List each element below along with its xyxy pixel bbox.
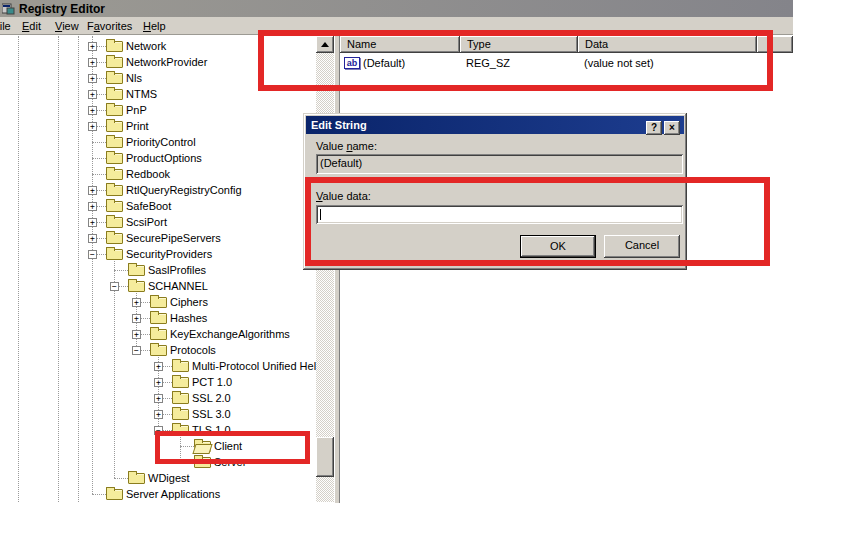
expand-icon[interactable]: + [88, 106, 97, 115]
collapse-icon[interactable]: − [154, 426, 163, 435]
expand-icon[interactable]: + [154, 394, 163, 403]
menu-item-favorites[interactable]: Favorites [87, 18, 132, 34]
dialog-title-bar[interactable]: Edit String ? × [306, 116, 684, 134]
tree-item-ciphers[interactable]: Ciphers [170, 295, 208, 309]
menu-item-edit[interactable]: Edit [22, 18, 41, 34]
tree-item-nls[interactable]: Nls [126, 71, 142, 85]
column-header-type[interactable]: Type [460, 36, 578, 53]
up-arrow-icon [321, 42, 329, 47]
tree-item-pct-1-0[interactable]: PCT 1.0 [192, 375, 232, 389]
menu-item-view[interactable]: View [55, 18, 79, 34]
tree-connector [92, 174, 106, 175]
tree-item-client[interactable]: Client [214, 439, 242, 453]
value-row[interactable]: ab(Default)REG_SZ(value not set) [340, 55, 793, 71]
tree-item-server-applications[interactable]: Server Applications [126, 487, 220, 501]
folder-closed-icon [172, 425, 189, 436]
registry-editor-icon [2, 2, 15, 15]
expand-icon[interactable]: + [132, 314, 141, 323]
expand-icon[interactable]: + [154, 410, 163, 419]
tree-item-redbook[interactable]: Redbook [126, 167, 170, 181]
folder-closed-icon [106, 57, 123, 68]
folder-closed-icon [128, 473, 145, 484]
tree-item-schannel[interactable]: SCHANNEL [148, 279, 208, 293]
tree-item-scsiport[interactable]: ScsiPort [126, 215, 167, 229]
tree-item-wdigest[interactable]: WDigest [148, 471, 190, 485]
value-data-input[interactable] [316, 205, 683, 224]
expand-icon[interactable]: + [88, 58, 97, 67]
scroll-up-button[interactable] [316, 36, 334, 53]
expand-icon[interactable]: + [88, 234, 97, 243]
folder-closed-icon [106, 105, 123, 116]
tree-item-network[interactable]: Network [126, 39, 166, 53]
menu-item-help[interactable]: Help [143, 18, 166, 34]
cancel-button[interactable]: Cancel [604, 235, 680, 258]
expand-icon[interactable]: + [88, 218, 97, 227]
tree-connector [114, 270, 128, 271]
expand-icon[interactable]: + [88, 186, 97, 195]
value-name: (Default) [363, 55, 405, 71]
expand-icon[interactable]: + [88, 42, 97, 51]
tree-connector [180, 462, 194, 463]
column-header-data[interactable]: Data [578, 36, 757, 53]
tree-item-securepipeservers[interactable]: SecurePipeServers [126, 231, 221, 245]
tree-item-protocols[interactable]: Protocols [170, 343, 216, 357]
expand-icon[interactable]: + [88, 74, 97, 83]
folder-closed-icon [150, 329, 167, 340]
ok-button[interactable]: OK [520, 235, 596, 258]
tree-item-ntms[interactable]: NTMS [126, 87, 157, 101]
text-caret [320, 209, 321, 220]
tree-item-server[interactable]: Server [214, 455, 246, 469]
collapse-icon[interactable]: − [132, 346, 141, 355]
tree-item-print[interactable]: Print [126, 119, 149, 133]
title-bar[interactable]: Registry Editor [0, 0, 793, 17]
folder-open-icon [194, 441, 211, 452]
tree-item-networkprovider[interactable]: NetworkProvider [126, 55, 207, 69]
string-value-icon: ab [344, 57, 360, 69]
help-icon[interactable]: ? [646, 121, 662, 135]
registry-tree: +Network+NetworkProvider+Nls+NTMS+PnP+Pr… [0, 35, 316, 503]
close-icon[interactable]: × [664, 121, 680, 135]
tree-item-pnp[interactable]: PnP [126, 103, 147, 117]
scrollbar-thumb[interactable] [316, 437, 334, 477]
folder-closed-icon [106, 249, 123, 260]
folder-closed-icon [106, 185, 123, 196]
expand-icon[interactable]: + [88, 90, 97, 99]
folder-closed-icon [106, 137, 123, 148]
edit-string-dialog: Edit String ? × Value name: (Default) Va… [303, 113, 687, 270]
tree-item-ssl-3-0[interactable]: SSL 3.0 [192, 407, 231, 421]
expand-icon[interactable]: + [154, 378, 163, 387]
menu-item-file[interactable]: File [0, 18, 11, 34]
tree-item-securityproviders[interactable]: SecurityProviders [126, 247, 212, 261]
expand-icon[interactable]: + [132, 330, 141, 339]
value-data: (value not set) [584, 55, 654, 71]
folder-closed-icon [106, 169, 123, 180]
folder-closed-icon [106, 217, 123, 228]
tree-item-keyexchangealgorithms[interactable]: KeyExchangeAlgorithms [170, 327, 290, 341]
tree-item-hashes[interactable]: Hashes [170, 311, 207, 325]
collapse-icon[interactable]: − [88, 250, 97, 259]
value-name-label: Value name: [316, 140, 377, 153]
tree-item-prioritycontrol[interactable]: PriorityControl [126, 135, 196, 149]
column-header-name[interactable]: Name [340, 36, 460, 53]
folder-closed-icon [106, 89, 123, 100]
folder-closed-icon [106, 41, 123, 52]
expand-icon[interactable]: + [88, 122, 97, 131]
value-type: REG_SZ [466, 55, 510, 71]
tree-item-saslprofiles[interactable]: SaslProfiles [148, 263, 206, 277]
tree-connector [114, 478, 128, 479]
list-header: NameTypeData [340, 36, 793, 53]
menu-bar: FileEditViewFavoritesHelp [0, 17, 793, 35]
tree-item-multi-protocol-unified-hello[interactable]: Multi-Protocol Unified Hello [192, 359, 316, 373]
expand-icon[interactable]: + [154, 362, 163, 371]
folder-closed-icon [106, 153, 123, 164]
value-name-field: (Default) [316, 154, 683, 174]
expand-icon[interactable]: + [132, 298, 141, 307]
expand-icon[interactable]: + [88, 202, 97, 211]
tree-item-rtlqueryregistryconfig[interactable]: RtlQueryRegistryConfig [126, 183, 242, 197]
tree-item-productoptions[interactable]: ProductOptions [126, 151, 202, 165]
tree-item-safeboot[interactable]: SafeBoot [126, 199, 171, 213]
collapse-icon[interactable]: − [110, 282, 119, 291]
tree-item-ssl-2-0[interactable]: SSL 2.0 [192, 391, 231, 405]
tree-item-tls-1-0[interactable]: TLS 1.0 [192, 423, 231, 437]
folder-closed-icon [172, 377, 189, 388]
